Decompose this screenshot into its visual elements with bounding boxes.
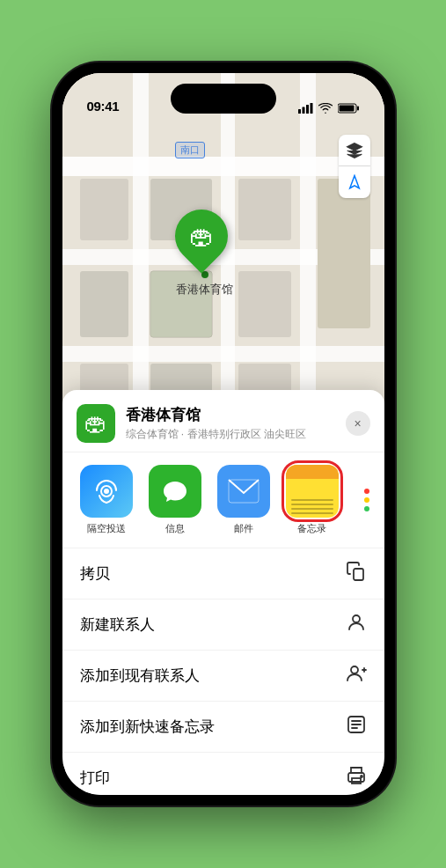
notes-line-2 <box>291 504 333 505</box>
phone-screen: 09:41 <box>62 73 384 795</box>
svg-point-40 <box>361 776 362 777</box>
add-contact-label: 添加到现有联系人 <box>80 666 200 686</box>
mail-label: 邮件 <box>234 522 253 535</box>
menu-item-copy[interactable]: 拷贝 <box>62 548 384 600</box>
copy-label: 拷贝 <box>80 563 110 584</box>
copy-icon <box>346 561 367 586</box>
dynamic-island <box>171 84 276 114</box>
svg-rect-0 <box>298 109 301 114</box>
venue-emoji: 🏟 <box>84 410 107 438</box>
quick-note-label: 添加到新快速备忘录 <box>80 717 215 737</box>
menu-item-new-contact[interactable]: 新建联系人 <box>62 600 384 651</box>
svg-rect-17 <box>80 271 128 337</box>
svg-rect-20 <box>318 179 370 328</box>
venue-icon: 🏟 <box>77 404 115 443</box>
location-marker: 🏟 香港体育馆 <box>175 210 235 298</box>
svg-rect-5 <box>357 107 359 111</box>
wifi-icon <box>318 103 333 114</box>
notes-icon-wrapper[interactable] <box>286 465 339 518</box>
dot-red <box>364 489 369 494</box>
messages-icon[interactable] <box>149 465 201 518</box>
dot-yellow <box>364 497 369 503</box>
menu-items: 拷贝 新建联系人 <box>62 548 384 795</box>
printer-icon <box>346 765 367 791</box>
notes-line-1 <box>291 499 333 501</box>
notes-label: 备忘录 <box>297 522 326 535</box>
dot-green <box>364 506 369 511</box>
map-area: 南口 <box>62 73 384 443</box>
menu-item-add-contact[interactable]: 添加到现有联系人 <box>62 651 384 702</box>
share-app-messages[interactable]: 信息 <box>145 465 205 535</box>
marker-label: 香港体育馆 <box>176 282 233 298</box>
svg-rect-11 <box>133 73 149 443</box>
messages-label: 信息 <box>165 522 185 535</box>
venue-subtitle: 综合体育馆 · 香港特别行政区 油尖旺区 <box>126 427 335 442</box>
new-contact-label: 新建联系人 <box>80 614 155 635</box>
svg-rect-13 <box>300 73 316 443</box>
signal-icon <box>298 103 313 114</box>
svg-rect-2 <box>306 105 309 114</box>
phone-frame: 09:41 <box>52 63 395 805</box>
share-app-notes[interactable]: 备忘录 <box>282 465 342 535</box>
svg-rect-16 <box>238 179 291 240</box>
airdrop-label: 隔空投送 <box>87 522 126 535</box>
menu-item-quick-note[interactable]: 添加到新快速备忘录 <box>62 702 384 753</box>
svg-point-31 <box>351 666 358 673</box>
svg-point-26 <box>104 489 109 494</box>
map-layers-button[interactable] <box>339 135 370 166</box>
venue-info: 香港体育馆 综合体育馆 · 香港特别行政区 油尖旺区 <box>126 405 335 442</box>
svg-rect-3 <box>310 103 312 114</box>
svg-rect-19 <box>238 271 291 337</box>
share-apps-row: 隔空投送 信息 <box>62 452 384 548</box>
person-icon <box>346 612 367 637</box>
map-location-button[interactable] <box>339 166 370 198</box>
svg-rect-39 <box>352 778 361 783</box>
notes-lines <box>286 465 339 518</box>
more-dots[interactable] <box>351 474 383 526</box>
quick-note-icon <box>346 714 367 739</box>
share-app-mail[interactable]: 邮件 <box>214 465 274 535</box>
notes-line-4 <box>291 512 333 514</box>
status-time: 09:41 <box>87 99 120 114</box>
svg-rect-1 <box>302 107 304 114</box>
more-apps[interactable] <box>351 474 383 526</box>
menu-item-print[interactable]: 打印 <box>62 753 384 795</box>
status-icons <box>298 103 360 114</box>
venue-name: 香港体育馆 <box>126 405 335 425</box>
mail-icon[interactable] <box>217 465 270 518</box>
svg-point-30 <box>353 615 360 622</box>
map-north-label: 南口 <box>175 142 205 158</box>
notes-line-3 <box>291 508 333 510</box>
share-app-airdrop[interactable]: 隔空投送 <box>77 465 136 535</box>
airdrop-icon[interactable] <box>80 465 133 518</box>
svg-rect-14 <box>80 179 128 240</box>
print-label: 打印 <box>80 768 110 788</box>
map-controls[interactable] <box>339 135 370 198</box>
svg-rect-29 <box>354 569 363 580</box>
marker-pin: 🏟 <box>164 199 238 274</box>
notes-icon[interactable] <box>286 465 339 518</box>
marker-pin-icon: 🏟 <box>189 222 214 251</box>
svg-rect-6 <box>339 106 354 112</box>
sheet-header: 🏟 香港体育馆 综合体育馆 · 香港特别行政区 油尖旺区 × <box>62 390 384 452</box>
battery-icon <box>338 103 360 114</box>
bottom-sheet: 🏟 香港体育馆 综合体育馆 · 香港特别行政区 油尖旺区 × <box>62 390 384 795</box>
person-add-icon <box>346 663 367 688</box>
sheet-close-button[interactable]: × <box>346 411 370 436</box>
